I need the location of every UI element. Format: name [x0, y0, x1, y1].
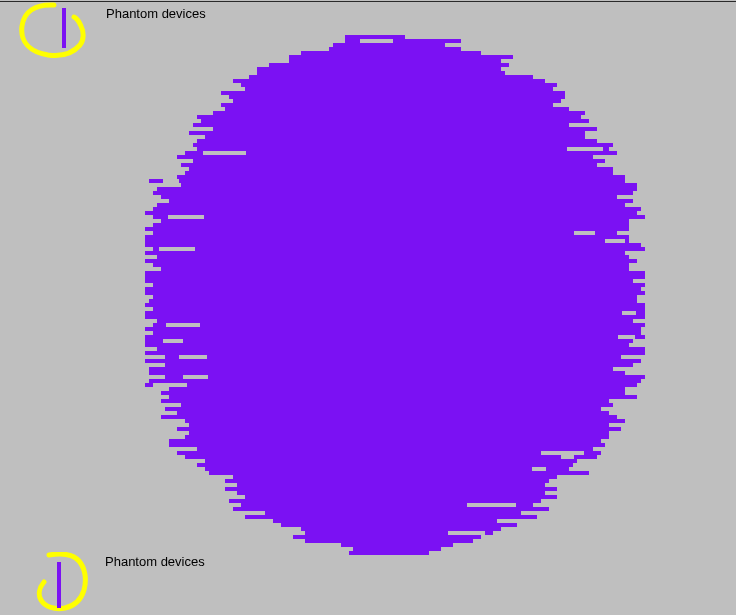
- svg-rect-135: [245, 495, 557, 499]
- svg-rect-144: [301, 527, 501, 531]
- svg-rect-97: [165, 363, 633, 367]
- svg-rect-119: [169, 443, 605, 447]
- svg-rect-31: [197, 147, 567, 151]
- svg-rect-13: [249, 75, 533, 79]
- svg-rect-67: [153, 263, 629, 267]
- svg-rect-85: [145, 327, 641, 331]
- svg-rect-123: [185, 455, 561, 459]
- svg-rect-59: [145, 239, 605, 243]
- svg-rect-150: [353, 547, 441, 551]
- svg-rect-71: [145, 279, 633, 283]
- svg-rect-5: [333, 43, 445, 47]
- svg-rect-131: [225, 479, 549, 483]
- svg-rect-43: [181, 183, 637, 187]
- svg-rect-93: [145, 351, 645, 355]
- svg-rect-69: [145, 271, 645, 275]
- svg-rect-18: [229, 95, 565, 99]
- svg-rect-91: [145, 343, 629, 347]
- svg-rect-108: [161, 399, 609, 403]
- svg-rect-145: [305, 531, 448, 535]
- svg-rect-73: [145, 287, 641, 291]
- svg-rect-101: [208, 375, 645, 379]
- svg-rect-87: [145, 335, 618, 339]
- svg-rect-136: [229, 499, 541, 503]
- svg-rect-55: [145, 227, 629, 231]
- svg-rect-143: [281, 523, 517, 527]
- svg-rect-42: [179, 179, 625, 183]
- svg-rect-28: [205, 135, 585, 139]
- svg-rect-76: [149, 299, 637, 303]
- svg-rect-60: [625, 239, 629, 243]
- svg-rect-72: [153, 283, 645, 287]
- svg-rect-129: [209, 471, 589, 475]
- svg-rect-36: [193, 159, 605, 163]
- svg-rect-27: [189, 131, 585, 135]
- svg-rect-2: [345, 35, 405, 39]
- svg-rect-39: [185, 171, 613, 175]
- svg-rect-88: [635, 335, 645, 339]
- svg-rect-34: [246, 151, 617, 155]
- svg-rect-84: [200, 323, 645, 327]
- svg-rect-62: [153, 247, 159, 251]
- svg-rect-14: [233, 79, 545, 83]
- svg-rect-77: [145, 303, 645, 307]
- svg-rect-22: [213, 111, 585, 115]
- svg-rect-111: [177, 411, 609, 415]
- svg-rect-105: [169, 387, 625, 391]
- svg-rect-81: [145, 315, 645, 319]
- svg-rect-21: [225, 107, 569, 111]
- svg-rect-149: [341, 543, 453, 547]
- svg-rect-35: [177, 155, 593, 159]
- svg-rect-9: [289, 59, 501, 63]
- svg-rect-6: [329, 47, 461, 51]
- svg-rect-104: [187, 383, 637, 387]
- svg-rect-19: [233, 99, 561, 103]
- svg-rect-45: [153, 191, 633, 195]
- svg-rect-68: [161, 267, 629, 271]
- svg-rect-24: [201, 119, 589, 123]
- svg-rect-74: [145, 291, 645, 295]
- svg-rect-115: [177, 427, 621, 431]
- svg-rect-82: [157, 319, 633, 323]
- svg-rect-114: [189, 423, 609, 427]
- svg-rect-70: [145, 275, 645, 279]
- svg-rect-38: [189, 167, 613, 171]
- svg-rect-30: [193, 143, 613, 147]
- svg-rect-54: [153, 223, 629, 227]
- svg-rect-41: [149, 179, 163, 183]
- svg-rect-56: [153, 231, 574, 235]
- svg-rect-11: [257, 67, 501, 71]
- svg-rect-57: [595, 231, 617, 235]
- svg-rect-120: [197, 447, 593, 451]
- svg-rect-151: [349, 551, 429, 555]
- svg-rect-112: [161, 415, 617, 419]
- svg-rect-89: [145, 339, 163, 343]
- svg-rect-138: [516, 503, 533, 507]
- svg-rect-44: [157, 187, 637, 191]
- svg-rect-133: [225, 487, 557, 491]
- svg-rect-0: [62, 8, 66, 48]
- svg-rect-100: [165, 375, 183, 379]
- svg-rect-80: [636, 311, 645, 315]
- svg-rect-134: [237, 491, 545, 495]
- svg-rect-75: [153, 295, 637, 299]
- svg-rect-17: [221, 91, 565, 95]
- svg-rect-3: [345, 39, 360, 43]
- svg-rect-96: [145, 359, 641, 363]
- svg-rect-37: [181, 163, 597, 167]
- svg-rect-7: [301, 51, 481, 55]
- svg-rect-147: [293, 535, 481, 539]
- svg-rect-148: [305, 539, 473, 543]
- svg-rect-47: [169, 199, 633, 203]
- svg-rect-107: [169, 395, 637, 399]
- svg-rect-66: [145, 259, 637, 263]
- svg-rect-117: [185, 435, 609, 439]
- svg-rect-98: [149, 367, 613, 371]
- svg-rect-29: [197, 139, 597, 143]
- svg-rect-116: [189, 431, 609, 435]
- svg-rect-109: [181, 403, 613, 407]
- svg-rect-95: [207, 355, 621, 359]
- svg-rect-127: [205, 467, 532, 471]
- svg-rect-121: [177, 451, 541, 455]
- svg-rect-139: [233, 507, 549, 511]
